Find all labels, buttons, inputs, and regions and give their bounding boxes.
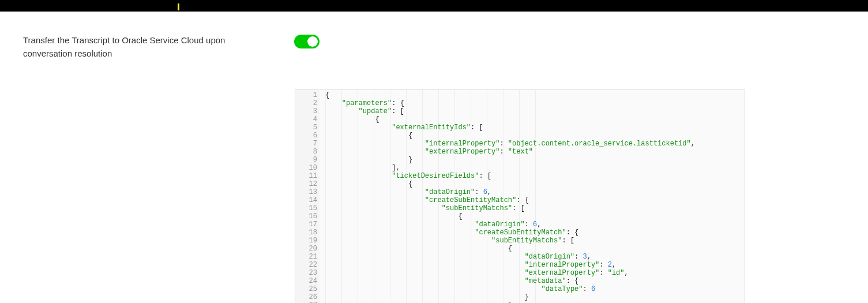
code-line[interactable]: }: [325, 156, 745, 164]
gutter-line: 10: [295, 164, 320, 172]
setting-label: Transfer the Transcript to Oracle Servic…: [23, 33, 254, 61]
gutter-line: 1: [295, 91, 320, 99]
code-line[interactable]: "dataType": 6: [325, 285, 745, 293]
gutter-line: 2: [295, 99, 320, 107]
code-line[interactable]: {: [325, 245, 745, 253]
transfer-transcript-toggle[interactable]: [294, 35, 320, 48]
top-bar-marker: [178, 3, 179, 10]
gutter-line: 25: [295, 285, 320, 293]
gutter-line: 4: [295, 115, 320, 124]
code-line[interactable]: "metadata": {: [325, 277, 745, 285]
gutter-line: 8: [295, 148, 320, 156]
editor-gutter: 1234567891011121314151617181920212223242…: [295, 90, 320, 304]
code-line[interactable]: {: [325, 132, 745, 140]
gutter-line: 23: [295, 269, 320, 277]
editor-code[interactable]: { "parameters": { "update": [ { "externa…: [320, 90, 745, 304]
code-line[interactable]: "parameters": {: [325, 99, 745, 107]
top-bar: [0, 0, 868, 12]
code-line[interactable]: "externalProperty": "text": [325, 148, 745, 156]
gutter-line: 16: [295, 212, 320, 220]
gutter-line: 27: [295, 301, 320, 304]
code-line[interactable]: {: [325, 212, 745, 220]
setting-label-col: Transfer the Transcript to Oracle Servic…: [23, 33, 254, 61]
code-line[interactable]: "dataOrigin": 6,: [325, 220, 745, 229]
gutter-line: 19: [295, 237, 320, 245]
gutter-line: 5: [295, 124, 320, 132]
code-line[interactable]: "internalProperty": "object.content.orac…: [325, 140, 745, 148]
code-line[interactable]: "subEntityMatchs": [: [325, 204, 745, 212]
gutter-line: 26: [295, 293, 320, 301]
gutter-line: 3: [295, 107, 320, 115]
code-line[interactable]: "createSubEntityMatch": {: [325, 229, 745, 237]
editor-viewport[interactable]: 1234567891011121314151617181920212223242…: [295, 90, 745, 304]
gutter-line: 24: [295, 277, 320, 285]
toggle-knob: [307, 36, 318, 47]
gutter-line: 22: [295, 261, 320, 269]
code-line[interactable]: }: [325, 301, 745, 304]
gutter-line: 14: [295, 196, 320, 204]
gutter-line: 15: [295, 204, 320, 212]
code-line[interactable]: {: [325, 91, 745, 99]
code-line[interactable]: {: [325, 115, 745, 124]
gutter-line: 6: [295, 132, 320, 140]
gutter-line: 9: [295, 156, 320, 164]
code-line[interactable]: "ticketDesiredFields": [: [325, 172, 745, 180]
gutter-line: 12: [295, 180, 320, 188]
code-line[interactable]: ],: [325, 164, 745, 172]
toggle-col: [294, 33, 320, 48]
gutter-line: 13: [295, 188, 320, 196]
gutter-line: 7: [295, 140, 320, 148]
code-line[interactable]: {: [325, 180, 745, 188]
code-line[interactable]: "externalEntityIds": [: [325, 124, 745, 132]
gutter-line: 21: [295, 253, 320, 261]
code-line[interactable]: "update": [: [325, 107, 745, 115]
setting-row: Transfer the Transcript to Oracle Servic…: [23, 33, 845, 61]
code-line[interactable]: "subEntityMatchs": [: [325, 237, 745, 245]
code-line[interactable]: "externalProperty": "id",: [325, 269, 745, 277]
gutter-line: 20: [295, 245, 320, 253]
code-line[interactable]: "dataOrigin": 3,: [325, 253, 745, 261]
code-line[interactable]: "createSubEntityMatch": {: [325, 196, 745, 204]
code-line[interactable]: }: [325, 293, 745, 301]
code-line[interactable]: "internalProperty": 2,: [325, 261, 745, 269]
content-area: Transfer the Transcript to Oracle Servic…: [0, 12, 868, 303]
code-line[interactable]: "dataOrigin": 6,: [325, 188, 745, 196]
gutter-line: 18: [295, 229, 320, 237]
gutter-line: 11: [295, 172, 320, 180]
json-editor[interactable]: 1234567891011121314151617181920212223242…: [295, 89, 745, 304]
gutter-line: 17: [295, 220, 320, 229]
